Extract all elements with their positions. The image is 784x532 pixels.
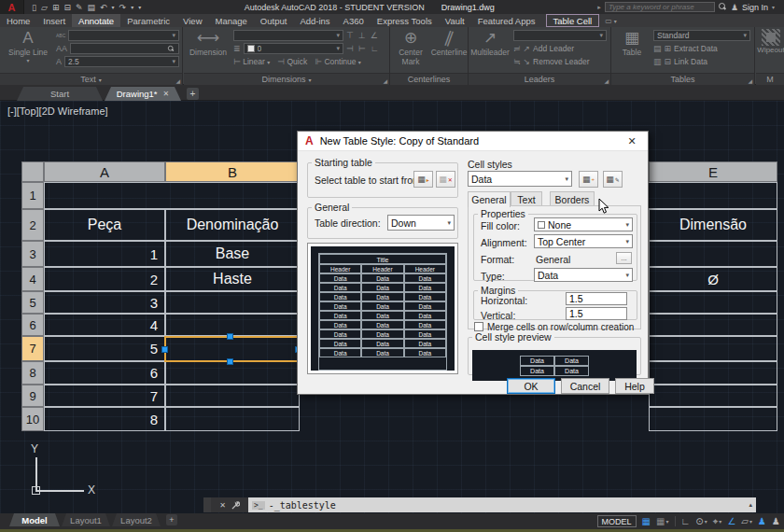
cell[interactable] (649, 182, 777, 209)
row-header[interactable]: 6 (21, 314, 44, 336)
redo-caret-icon[interactable]: ▾ (131, 4, 133, 10)
annotation-visibility-icon[interactable]: ♟ (758, 516, 766, 526)
mleader-align-icon[interactable]: ≓ (513, 44, 521, 53)
dimension-button[interactable]: ⟷ Dimension (186, 29, 231, 57)
layout-tab-layout1[interactable]: Layout1 (62, 513, 110, 526)
tab-featured-apps[interactable]: Featured Apps (471, 14, 542, 27)
command-close-icon[interactable]: ✕ (219, 501, 226, 510)
file-tab-start[interactable]: Start (17, 87, 103, 101)
cell[interactable] (649, 336, 777, 361)
viewport-controls[interactable]: [-][Top][2D Wireframe] (7, 105, 108, 117)
linear-button[interactable]: ⊢ Linear ▾ (233, 57, 270, 66)
dim-update-icon[interactable]: ∟ (371, 44, 379, 53)
panel-label-dimensions[interactable]: Dimensions▾◢ (184, 73, 389, 85)
cell[interactable] (165, 407, 300, 431)
row-header[interactable]: 10 (21, 407, 44, 431)
cell[interactable]: 8 (44, 407, 165, 431)
fill-color-select[interactable]: None▾ (534, 217, 633, 231)
sheet-icon[interactable]: ✎ (76, 3, 83, 12)
undo-icon[interactable]: ↶ (100, 3, 107, 12)
cell[interactable]: 5 (44, 336, 165, 361)
cell[interactable]: 4 (44, 314, 165, 336)
tab-home[interactable]: Home (0, 14, 36, 27)
dim-break-icon[interactable]: ⊤ (346, 31, 354, 40)
file-tab-drawing1[interactable]: Drawing1*✕ (105, 87, 181, 101)
ribbon-minimize-control[interactable]: ▭ ▾ (605, 14, 617, 27)
remove-leader-button[interactable]: Remove Leader (533, 57, 589, 66)
cell[interactable]: 1 (44, 241, 165, 267)
grip-top[interactable] (227, 333, 233, 340)
cell[interactable]: 2 (44, 267, 165, 291)
tab-text[interactable]: Text (511, 191, 542, 206)
cell[interactable]: Haste (165, 267, 300, 291)
cell[interactable]: 7 (44, 385, 165, 407)
command-customize-icon[interactable] (231, 501, 240, 510)
row-header[interactable]: 2 (21, 209, 44, 241)
cell-title-row[interactable] (44, 182, 300, 209)
row-header[interactable]: 4 (21, 267, 44, 291)
isodraft-icon[interactable]: ∠ (727, 516, 735, 526)
grip-left[interactable] (161, 346, 168, 353)
search-input[interactable] (605, 2, 715, 12)
cell[interactable] (649, 241, 777, 267)
tab-general[interactable]: General (468, 191, 511, 207)
cell[interactable]: Base (165, 241, 300, 267)
table-export-icon[interactable]: ▤ (653, 44, 662, 53)
new-drawing-tab-button[interactable]: + (187, 88, 199, 100)
dynamic-ucs-icon[interactable]: ▱▾ (741, 516, 752, 526)
cell[interactable] (649, 361, 777, 385)
panel-label-text[interactable]: Text▾◢ (0, 73, 182, 85)
cell[interactable]: 3 (44, 291, 165, 314)
cell[interactable]: Peça (44, 209, 165, 241)
extract-data-button[interactable]: Extract Data (674, 44, 718, 53)
column-header-a[interactable]: A (44, 161, 165, 182)
object-snap-icon[interactable]: ⌖▾ (713, 516, 722, 527)
tab-borders[interactable]: Borders (550, 191, 595, 206)
row-header[interactable]: 8 (21, 361, 44, 385)
cell[interactable]: Denominação (165, 209, 300, 241)
annotation-scale-icon[interactable]: ♟ (772, 516, 780, 526)
dim-style-combo[interactable]: ▾ (233, 30, 343, 41)
command-history-icon[interactable]: ▴ (749, 501, 752, 509)
undo-caret-icon[interactable]: ▾ (112, 4, 115, 10)
dialog-launcher-icon[interactable]: ◢ (383, 77, 387, 84)
grid-toggle-icon[interactable]: ▦ (642, 516, 651, 526)
open-icon[interactable]: ▱ (41, 3, 48, 12)
cell[interactable] (649, 314, 777, 336)
cancel-button[interactable]: Cancel (561, 378, 609, 394)
tab-a360[interactable]: A360 (337, 14, 371, 27)
command-input[interactable]: >_ -_tablestyle ▴ (248, 497, 756, 512)
type-select[interactable]: Data▾ (534, 268, 633, 282)
single-line-button[interactable]: A Single Line ▾ (4, 29, 52, 63)
tab-express-tools[interactable]: Express Tools (371, 14, 439, 27)
save-as-icon[interactable]: ⊟ (63, 3, 71, 12)
cell[interactable] (649, 291, 777, 314)
dim-jog-icon[interactable]: ∠ (371, 31, 378, 40)
wipeout-button[interactable]: Wipeout (759, 29, 783, 54)
vertical-input[interactable] (566, 307, 627, 320)
redo-icon[interactable]: ↷ (119, 3, 127, 12)
datalink-icon[interactable]: ▥ (653, 57, 662, 66)
dialog-launcher-icon[interactable]: ◢ (748, 77, 752, 84)
link-data-button[interactable]: Link Data (674, 57, 707, 66)
cell[interactable] (165, 291, 300, 314)
cell[interactable]: Dimensão (649, 209, 777, 241)
remove-table-button[interactable]: ▦✕ (436, 171, 455, 188)
dialog-launcher-icon[interactable]: ◢ (175, 77, 180, 84)
new-icon[interactable]: ▯ (32, 3, 36, 12)
merge-cells-checkbox[interactable] (474, 322, 483, 331)
row-header[interactable]: 7 (21, 336, 44, 361)
cell[interactable]: Ø (649, 267, 777, 291)
row-header[interactable]: 3 (21, 241, 44, 267)
dialog-close-icon[interactable]: ✕ (623, 135, 640, 147)
cell-selection-outline[interactable] (164, 336, 300, 362)
dim-layer-combo[interactable]: 0▾ (244, 43, 343, 54)
find-text-field[interactable] (70, 43, 179, 54)
command-grip[interactable] (203, 497, 211, 512)
app-menu-button[interactable]: A (0, 0, 24, 14)
tab-manage[interactable]: Manage (209, 14, 254, 27)
dialog-title-bar[interactable]: A New Table Style: Copy of Standard ✕ (298, 132, 648, 151)
create-cell-style-button[interactable]: ▦+ (579, 171, 598, 188)
polar-tracking-icon[interactable]: ⊙▾ (695, 516, 707, 526)
cell[interactable] (649, 385, 777, 407)
